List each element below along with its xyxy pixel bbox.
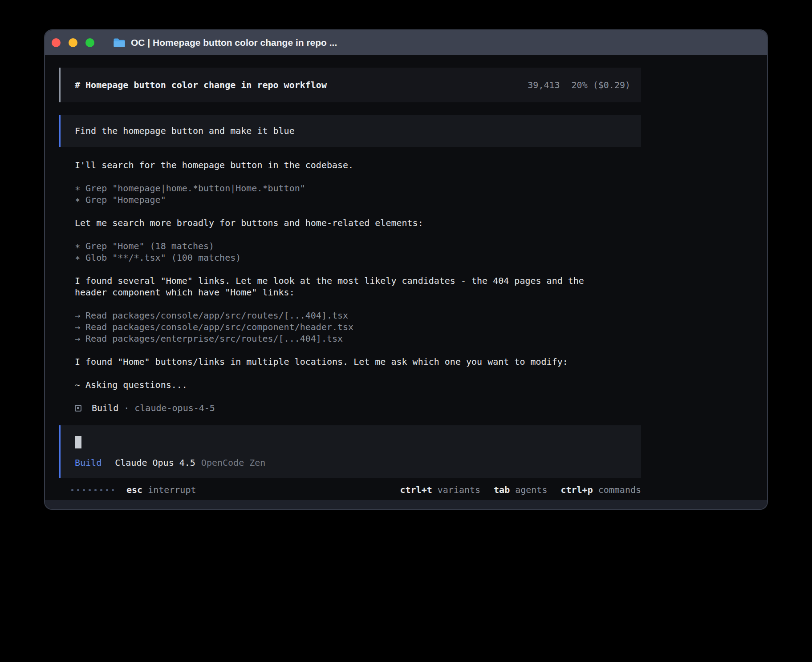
provider-label: OpenCode Zen: [201, 457, 266, 468]
keybind-interrupt: escinterrupt: [126, 484, 196, 496]
window-controls: [52, 38, 102, 47]
keybind-variants: ctrl+tvariants: [400, 484, 480, 496]
spinner-dot: [112, 489, 114, 491]
tool-call-read: → Read packages/enterprise/src/routes/[.…: [75, 333, 767, 344]
window-bottom-edge: [45, 500, 767, 509]
mode-label: Build: [75, 457, 102, 468]
spinner-dot: [77, 489, 79, 491]
terminal-window: OC | Homepage button color change in rep…: [44, 29, 768, 510]
block-cursor: [75, 436, 81, 448]
folder-icon: [113, 38, 126, 48]
window-titlebar[interactable]: OC | Homepage button color change in rep…: [45, 30, 767, 55]
agent-status: Build · claude-opus-4-5: [75, 402, 767, 414]
tool-call-grep: ∗ Grep "Homepage": [75, 194, 767, 206]
model-label: Claude Opus 4.5: [115, 457, 195, 468]
spinner-dot: [106, 489, 108, 491]
tool-call-read: → Read packages/console/app/src/routes/[…: [75, 310, 767, 321]
session-title: # Homepage button color change in repo w…: [75, 80, 327, 90]
keybind-key: ctrl+t: [400, 484, 432, 495]
tool-call-glob: ∗ Glob "**/*.tsx" (100 matches): [75, 252, 767, 263]
keybind-label: interrupt: [148, 484, 196, 495]
maximize-button[interactable]: [85, 38, 94, 47]
keybind-label: agents: [515, 484, 547, 495]
assistant-text: I found several "Home" links. Let me loo…: [75, 275, 640, 298]
user-message: Find the homepage button and make it blu…: [59, 115, 641, 147]
session-stats: 39,413 20% ($0.29): [528, 80, 630, 90]
input-meta: Build Claude Opus 4.5 OpenCode Zen: [75, 457, 641, 468]
assistant-text: I found "Home" buttons/links in multiple…: [75, 356, 640, 367]
token-count: 39,413: [528, 80, 560, 90]
input-line[interactable]: [75, 436, 641, 448]
spinner-dot: [71, 489, 73, 491]
assistant-text: I'll search for the homepage button in t…: [75, 159, 640, 171]
context-percent-cost: 20% ($0.29): [572, 80, 630, 90]
status-line: ~ Asking questions...: [75, 379, 640, 391]
keybind-commands: ctrl+pcommands: [560, 484, 641, 496]
prompt-input[interactable]: Build Claude Opus 4.5 OpenCode Zen: [59, 425, 641, 478]
spinner-dot: [83, 489, 85, 491]
tool-call-group: ∗ Grep "Home" (18 matches) ∗ Glob "**/*.…: [75, 240, 767, 263]
agent-name: Build: [92, 402, 118, 414]
tool-call-grep: ∗ Grep "Home" (18 matches): [75, 240, 767, 252]
spinner-dot: [94, 489, 97, 491]
keybind-key: ctrl+p: [560, 484, 593, 495]
agent-model: claude-opus-4-5: [134, 402, 215, 414]
tool-call-read: → Read packages/console/app/src/componen…: [75, 321, 767, 333]
keybind-key: esc: [126, 484, 142, 495]
keybind-label: commands: [598, 484, 641, 495]
spinner: [71, 489, 118, 491]
status-bar-left: escinterrupt: [59, 484, 196, 496]
terminal-content[interactable]: # Homepage button color change in repo w…: [45, 55, 767, 496]
agent-separator: ·: [124, 402, 129, 414]
tool-call-group: ∗ Grep "homepage|home.*button|Home.*butt…: [75, 182, 767, 206]
tool-call-group: → Read packages/console/app/src/routes/[…: [75, 310, 767, 344]
status-bar: escinterrupt ctrl+tvariants tabagents ct…: [59, 484, 641, 496]
tool-call-grep: ∗ Grep "homepage|home.*button|Home.*butt…: [75, 182, 767, 194]
close-button[interactable]: [52, 38, 61, 47]
status-bar-right: ctrl+tvariants tabagents ctrl+pcommands: [400, 484, 641, 496]
keybind-label: variants: [438, 484, 480, 495]
window-title: OC | Homepage button color change in rep…: [131, 37, 337, 48]
spinner-dot: [89, 489, 91, 491]
keybind-agents: tabagents: [494, 484, 547, 496]
square-badge-icon: [75, 405, 81, 412]
minimize-button[interactable]: [69, 38, 77, 47]
keybind-key: tab: [494, 484, 510, 495]
session-header: # Homepage button color change in repo w…: [59, 68, 641, 102]
spinner-dot: [100, 489, 102, 491]
user-message-text: Find the homepage button and make it blu…: [75, 125, 295, 136]
assistant-text: Let me search more broadly for buttons a…: [75, 217, 640, 229]
